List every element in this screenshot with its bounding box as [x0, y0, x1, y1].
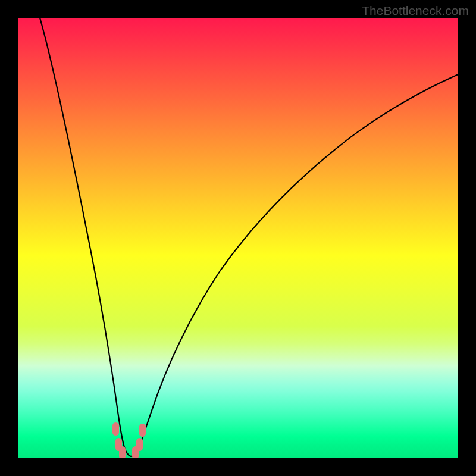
plot-area	[18, 18, 458, 458]
chart-container: TheBottleneck.com	[0, 0, 476, 476]
bottleneck-curve	[40, 18, 458, 456]
marker-dot	[119, 446, 126, 458]
curve-svg	[18, 18, 458, 458]
marker-group	[112, 422, 146, 458]
attribution-text: TheBottleneck.com	[362, 4, 469, 18]
marker-dot	[139, 424, 146, 437]
marker-dot	[112, 422, 119, 436]
marker-dot	[136, 438, 143, 451]
